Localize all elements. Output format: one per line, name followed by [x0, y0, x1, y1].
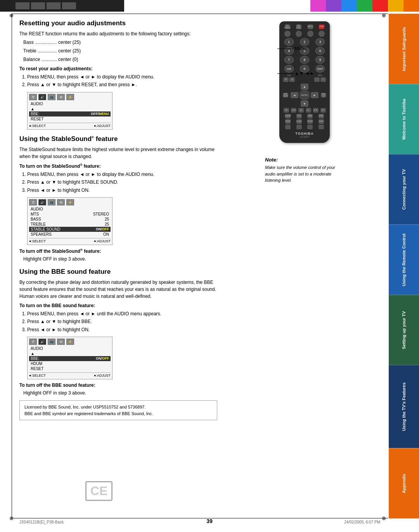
annotation-line-menu: [277, 49, 293, 49]
section2-step-label: To turn on the StableSound® feature:: [19, 163, 217, 169]
menu-icon-2e: ⚡: [66, 199, 74, 205]
section3-intro: By correcting the phase delay and distor…: [19, 279, 217, 300]
section3-title: Using the BBE sound feature: [19, 268, 217, 276]
remote-nav-left: ◄: [291, 92, 298, 98]
section2-off-label: To turn off the StableSound® feature:: [19, 248, 217, 254]
remote-btn-scan: SCAN: [307, 119, 313, 124]
menu-annotation-line: Menu: [277, 46, 363, 51]
section2-step-1: Press MENU, then press ◄ or ► to display…: [27, 170, 217, 178]
page-border-top: [12, 14, 388, 14]
remote-nav-area: ONSCR ▲ ◄ ENTER ► ▼ PICSZ: [282, 83, 327, 107]
menu-icon-2d: ⚙: [57, 199, 65, 205]
remote-btn-power: PWR: [319, 24, 324, 29]
menu-footer-3: ●:SELECT ●:ADJUST: [29, 372, 111, 377]
sidebar-tab-remote[interactable]: Using the Remote Control: [389, 224, 419, 295]
main-content: Resetting your audio adjustments The RES…: [16, 16, 384, 513]
menu-icon-1c: 📺: [48, 94, 55, 100]
remote-btn-c3: [307, 31, 313, 37]
menu-icon-3a: ☰: [29, 339, 37, 345]
remote-btn-bbi: BBE: [307, 114, 313, 118]
top-block-4: [62, 2, 76, 9]
menu-annotation-text: Menu: [294, 46, 306, 51]
note-box: Note: Make sure the volume control of yo…: [262, 154, 347, 187]
remote-ch-up: ▲: [289, 77, 295, 82]
remote-btn-r2: [296, 125, 302, 129]
remote-transport: |◄ ◄◄ ■ ► ►► ►|: [282, 108, 327, 113]
note-text: Make sure the volume control of your aud…: [265, 164, 344, 184]
remote-btn-stable: STBL: [319, 114, 324, 118]
nav-annotation-line: ▲▼ ◄►: [277, 71, 363, 76]
right-column: TVVIDEO RECALL MUTE PWR 1 2 3 4: [225, 16, 384, 513]
remote-extra-row1: SLEEP FAV BBE STBL: [282, 114, 327, 118]
menu-box-2: ☰ 🔊 📺 ⚙ ⚡ AUDIO MTSSTEREO BASS25 TREBLE2…: [27, 197, 113, 245]
remote-btn-close: CLSE: [296, 119, 302, 124]
remote-btn-audio: AUD: [319, 119, 324, 124]
menu-icon-3c: 📺: [48, 339, 55, 345]
licensed-line2: BBE and BBE symbol are registered tradem…: [24, 410, 212, 417]
remote-brand-label: TOSHIBA: [282, 132, 327, 136]
remote-btn-recall: RECALL: [296, 24, 301, 29]
color-block-4: [357, 0, 372, 12]
color-block-7: [403, 0, 419, 12]
remote-btn-c1: [284, 31, 291, 37]
section3-step-3: Press ◄ or ► to highlight ON.: [27, 326, 217, 334]
remote-container: TVVIDEO RECALL MUTE PWR 1 2 3 4: [246, 21, 363, 76]
remote-btn-ff: ►►: [313, 108, 319, 113]
remote-btn-fav: FAV: [296, 114, 302, 118]
color-block-6: [388, 0, 403, 12]
remote-btn-sleep: SLEEP: [285, 114, 291, 118]
menu-footer-1: ●:SELECT ●:ADJUST: [29, 123, 111, 128]
sidebar-tab-appendix[interactable]: Appendix: [389, 448, 419, 518]
remote-vol-up: +: [320, 77, 326, 82]
menu-row-2-treble: TREBLE25: [29, 222, 111, 227]
menu-row-1-arrow: ▲: [29, 106, 111, 111]
color-block-5: [372, 0, 388, 12]
section1-steps: Press MENU, then press ◄ or ► to display…: [27, 73, 217, 89]
section2-off-text: Highlight OFF in step 3 above.: [23, 256, 217, 263]
color-block-1: [310, 0, 326, 12]
sidebar-tab-connecting[interactable]: Connecting your TV: [389, 154, 419, 224]
annotation-line-nav: [277, 73, 293, 74]
remote-num-3: 3: [315, 38, 325, 46]
sidebar-tab-features[interactable]: Using the TV's Features: [389, 365, 419, 448]
section3-off-label: To turn off the BBE sound feature:: [19, 382, 217, 388]
section2-step-2: Press ▲ or ▼ to highlight STABLE SOUND.: [27, 178, 217, 186]
top-bar-center: [124, 0, 310, 12]
menu-row-1-bbe: BBE:OFF/MENU: [29, 111, 111, 116]
page-number: 39: [206, 518, 213, 524]
menu-row-1-reset: RESET: [29, 116, 111, 122]
remote-btn-c4: [319, 31, 325, 37]
section1-step-1: Press MENU, then press ◄ or ► to display…: [27, 73, 217, 81]
top-bar: [0, 0, 419, 12]
menu-icon-1d: ⚙: [57, 94, 65, 100]
menu-row-2-bass: BASS25: [29, 217, 111, 222]
remote-circle-row: [282, 31, 327, 37]
menu-row-3-audio: AUDIO: [29, 346, 111, 351]
section3-step-label: To turn on the BBE sound feature:: [19, 303, 217, 308]
section2-step-3: Press ◄ or ► to highlight ON.: [27, 186, 217, 194]
remote-btn-r1: [285, 125, 291, 129]
sidebar-tab-setting[interactable]: Setting up your TV: [389, 295, 419, 365]
sidebar-tab-welcome[interactable]: Welcome to Toshiba: [389, 84, 419, 154]
remote-extra-row3: [282, 125, 327, 129]
remote-model: CT-877: [282, 136, 327, 138]
remote-brand-area: TOSHIBA CT-877: [282, 132, 327, 138]
section2-steps: Press MENU, then press ◄ or ► to display…: [27, 170, 217, 194]
remote-control: TVVIDEO RECALL MUTE PWR 1 2 3 4: [279, 21, 330, 143]
remote-nav-up: ▲: [301, 83, 308, 90]
section3-steps: Press MENU, then press ◄ or ► until the …: [27, 310, 217, 334]
top-block-1: [16, 2, 29, 9]
remote-vol-down: -: [314, 77, 320, 82]
top-bar-left: [0, 0, 124, 12]
sidebar-tab-safeguards[interactable]: Important Safeguards: [389, 14, 419, 84]
right-sidebar: Important Safeguards Welcome to Toshiba …: [389, 14, 419, 518]
remote-nav-right: ►: [311, 92, 319, 98]
top-block-2: [31, 2, 45, 9]
note-title: Note:: [265, 157, 344, 163]
menu-row-3-hdum: HDUM: [29, 361, 111, 366]
remote-top-row: TVVIDEO RECALL MUTE PWR: [282, 24, 327, 29]
menu-icon-1e: ⚡: [66, 94, 74, 100]
page-border-bottom: [12, 518, 388, 518]
remote-btn-r3: [307, 125, 313, 129]
remote-btn-stop: ■: [298, 108, 304, 113]
